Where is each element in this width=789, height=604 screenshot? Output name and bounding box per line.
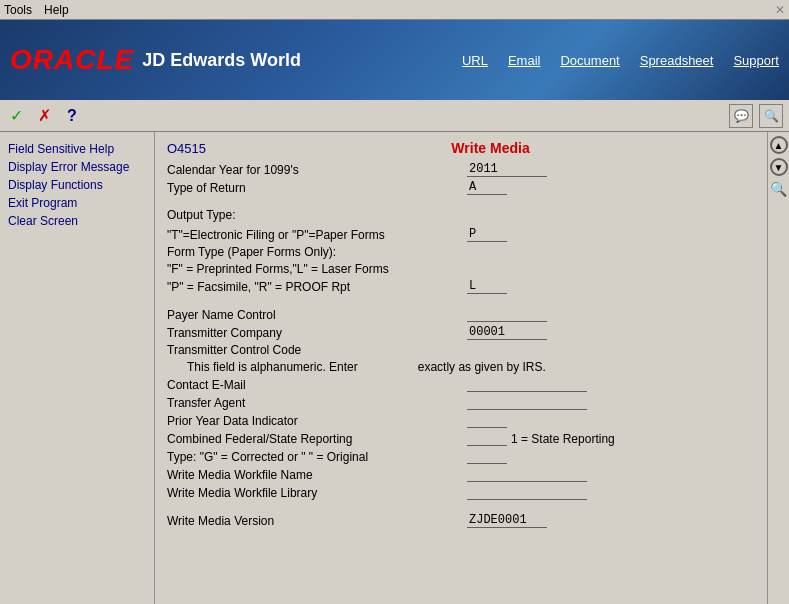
- header-banner: ORACLE JD Edwards World URL Email Docume…: [0, 20, 789, 100]
- electronic-filing-label: "T"=Electronic Filing or "P"=Paper Forms: [167, 228, 467, 242]
- workfile-name-row: Write Media Workfile Name: [167, 467, 755, 482]
- media-version-row: Write Media Version: [167, 513, 755, 528]
- transmitter-note1: This field is alphanumeric. Enter: [167, 360, 358, 374]
- preprinted-label: "F" = Preprinted Forms,"L" = Laser Forms: [167, 262, 467, 276]
- check-button[interactable]: ✓: [6, 106, 26, 126]
- sidebar-item-field-sensitive-help[interactable]: Field Sensitive Help: [4, 140, 150, 158]
- sidebar-item-exit-program[interactable]: Exit Program: [4, 194, 150, 212]
- x-icon: ✗: [38, 106, 51, 125]
- nav-support[interactable]: Support: [733, 53, 779, 68]
- nav-links: URL Email Document Spreadsheet Support: [462, 53, 779, 68]
- facsimile-input[interactable]: [467, 279, 507, 294]
- toolbar: ✓ ✗ ? 💬 🔍: [0, 100, 789, 132]
- nav-email[interactable]: Email: [508, 53, 541, 68]
- transfer-agent-label: Transfer Agent: [167, 396, 467, 410]
- transfer-agent-row: Transfer Agent: [167, 395, 755, 410]
- scroll-up-icon: ▲: [774, 140, 784, 151]
- magnifier-icon: 🔍: [764, 109, 779, 123]
- sidebar: Field Sensitive Help Display Error Messa…: [0, 132, 155, 604]
- facsimile-label: "P" = Facsimile, "R" = PROOF Rpt: [167, 280, 467, 294]
- sidebar-item-display-error-message[interactable]: Display Error Message: [4, 158, 150, 176]
- form-header: O4515 Write Media: [167, 140, 755, 156]
- payer-name-row: Payer Name Control: [167, 307, 755, 322]
- combined-federal-input[interactable]: [467, 431, 507, 446]
- calendar-year-label: Calendar Year for 1099's: [167, 163, 467, 177]
- scroll-down-button[interactable]: ▼: [770, 158, 788, 176]
- form-type-row: Form Type (Paper Forms Only):: [167, 245, 755, 259]
- workfile-library-input[interactable]: [467, 485, 587, 500]
- question-icon: ?: [67, 107, 77, 125]
- prior-year-label: Prior Year Data Indicator: [167, 414, 467, 428]
- chat-button[interactable]: 💬: [729, 104, 753, 128]
- oracle-logo: ORACLE: [10, 44, 134, 76]
- toolbar-right: 💬 🔍: [729, 104, 783, 128]
- sidebar-item-clear-screen[interactable]: Clear Screen: [4, 212, 150, 230]
- transmitter-company-row: Transmitter Company: [167, 325, 755, 340]
- zoom-right-icon: 🔍: [770, 181, 787, 197]
- form-area: O4515 Write Media Calendar Year for 1099…: [159, 136, 763, 535]
- type-of-return-label: Type of Return: [167, 181, 467, 195]
- main-area: Field Sensitive Help Display Error Messa…: [0, 132, 789, 604]
- nav-document[interactable]: Document: [560, 53, 619, 68]
- cancel-button[interactable]: ✗: [34, 106, 54, 126]
- type-g-label: Type: "G" = Corrected or " " = Original: [167, 450, 467, 464]
- scroll-down-icon: ▼: [774, 162, 784, 173]
- content-area: O4515 Write Media Calendar Year for 1099…: [155, 132, 767, 604]
- media-version-label: Write Media Version: [167, 514, 467, 528]
- calendar-year-input[interactable]: [467, 162, 547, 177]
- combined-federal-note: 1 = State Reporting: [511, 432, 615, 446]
- workfile-name-input[interactable]: [467, 467, 587, 482]
- transmitter-note-row: This field is alphanumeric. Enter exactl…: [167, 360, 755, 374]
- workfile-library-row: Write Media Workfile Library: [167, 485, 755, 500]
- logo-area: ORACLE JD Edwards World: [10, 44, 301, 76]
- program-id: O4515: [167, 141, 206, 156]
- transfer-agent-input[interactable]: [467, 395, 587, 410]
- nav-url[interactable]: URL: [462, 53, 488, 68]
- type-of-return-input[interactable]: [467, 180, 507, 195]
- menu-tools[interactable]: Tools: [4, 3, 32, 17]
- workfile-library-label: Write Media Workfile Library: [167, 486, 467, 500]
- right-panel: ▲ ▼ 🔍: [767, 132, 789, 604]
- scroll-up-button[interactable]: ▲: [770, 136, 788, 154]
- jde-logo: JD Edwards World: [142, 50, 301, 71]
- type-g-input[interactable]: [467, 449, 507, 464]
- payer-name-input[interactable]: [467, 307, 547, 322]
- workfile-name-label: Write Media Workfile Name: [167, 468, 467, 482]
- output-type-row: Output Type:: [167, 208, 755, 224]
- transmitter-company-input[interactable]: [467, 325, 547, 340]
- contact-email-input[interactable]: [467, 377, 587, 392]
- zoom-button[interactable]: 🔍: [759, 104, 783, 128]
- menu-bar: Tools Help ✕: [0, 0, 789, 20]
- payer-name-label: Payer Name Control: [167, 308, 467, 322]
- type-of-return-row: Type of Return: [167, 180, 755, 195]
- electronic-filing-input[interactable]: [467, 227, 507, 242]
- transmitter-note2: exactly as given by IRS.: [418, 360, 718, 374]
- calendar-year-row: Calendar Year for 1099's: [167, 162, 755, 177]
- transmitter-control-row: Transmitter Control Code: [167, 343, 755, 357]
- menu-help[interactable]: Help: [44, 3, 69, 17]
- zoom-button-right[interactable]: 🔍: [770, 180, 788, 198]
- transmitter-control-label: Transmitter Control Code: [167, 343, 467, 357]
- nav-spreadsheet[interactable]: Spreadsheet: [640, 53, 714, 68]
- type-g-row: Type: "G" = Corrected or " " = Original: [167, 449, 755, 464]
- combined-federal-row: Combined Federal/State Reporting 1 = Sta…: [167, 431, 755, 446]
- form-title: Write Media: [226, 140, 755, 156]
- preprinted-row: "F" = Preprinted Forms,"L" = Laser Forms: [167, 262, 755, 276]
- check-icon: ✓: [10, 106, 23, 125]
- prior-year-input[interactable]: [467, 413, 507, 428]
- facsimile-row: "P" = Facsimile, "R" = PROOF Rpt: [167, 279, 755, 294]
- help-button[interactable]: ?: [62, 106, 82, 126]
- contact-email-label: Contact E-Mail: [167, 378, 467, 392]
- contact-email-row: Contact E-Mail: [167, 377, 755, 392]
- media-version-input[interactable]: [467, 513, 547, 528]
- electronic-filing-row: "T"=Electronic Filing or "P"=Paper Forms: [167, 227, 755, 242]
- form-type-label: Form Type (Paper Forms Only):: [167, 245, 467, 259]
- combined-federal-label: Combined Federal/State Reporting: [167, 432, 467, 446]
- transmitter-company-label: Transmitter Company: [167, 326, 467, 340]
- prior-year-row: Prior Year Data Indicator: [167, 413, 755, 428]
- output-type-label: Output Type:: [167, 208, 236, 222]
- chat-icon: 💬: [734, 109, 749, 123]
- sidebar-item-display-functions[interactable]: Display Functions: [4, 176, 150, 194]
